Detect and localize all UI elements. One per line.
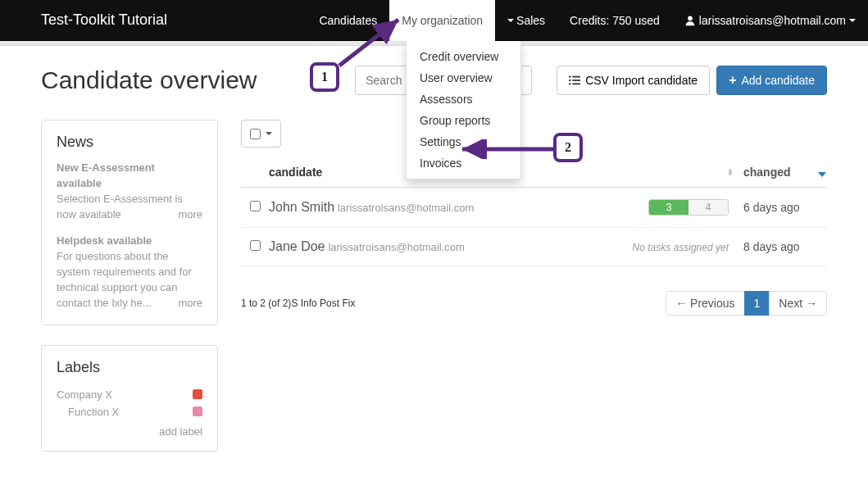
main: candidate ▲▼ changed John Smith larissat… bbox=[241, 120, 827, 471]
dropdown-invoices[interactable]: Invoices bbox=[407, 152, 520, 174]
label-row[interactable]: Function X bbox=[57, 403, 202, 420]
candidate-email: larissatroisans@hotmail.com bbox=[328, 241, 464, 253]
label-name: Function X bbox=[68, 406, 119, 418]
add-candidate-button[interactable]: + Add candidate bbox=[716, 66, 827, 95]
changed-cell: 8 days ago bbox=[729, 240, 827, 253]
changed-cell: 6 days ago bbox=[729, 201, 827, 214]
col-changed-label: changed bbox=[743, 166, 791, 179]
bulk-select-button[interactable] bbox=[241, 120, 281, 148]
label-row[interactable]: Company X bbox=[57, 386, 202, 403]
dropdown-group-reports[interactable]: Group reports bbox=[407, 110, 520, 131]
candidate-name: John Smith bbox=[269, 200, 334, 214]
page-next[interactable]: Next → bbox=[769, 291, 827, 316]
caret-down-icon bbox=[266, 132, 272, 135]
brand: Test-Toolkit Tutorial bbox=[41, 11, 307, 29]
nav-right: Candidates My organization Sales Credits… bbox=[307, 0, 868, 41]
col-changed-header[interactable]: ▲▼ changed bbox=[729, 166, 827, 179]
status-cell: No tasks assigned yet bbox=[614, 240, 729, 253]
news-item-body: Selection E-Assessment is now available bbox=[57, 193, 183, 220]
caret-icon bbox=[507, 19, 514, 22]
nav-sales-label: Sales bbox=[516, 14, 545, 27]
dropdown-settings[interactable]: Settings bbox=[407, 131, 520, 152]
dropdown-assessors[interactable]: Assessors bbox=[407, 89, 520, 110]
nav-sales[interactable]: Sales bbox=[495, 0, 557, 41]
add-candidate-label: Add candidate bbox=[741, 74, 815, 87]
pagination: ← Previous 1 Next → bbox=[666, 291, 827, 316]
bulk-checkbox[interactable] bbox=[250, 129, 261, 139]
svg-point-0 bbox=[688, 16, 693, 20]
nav-credits[interactable]: Credits: 750 used bbox=[557, 0, 672, 41]
news-item-body: For questions about the system requireme… bbox=[57, 250, 192, 309]
svg-rect-8 bbox=[573, 84, 581, 85]
no-tasks-text: No tasks assigned yet bbox=[633, 242, 729, 253]
candidate-cell[interactable]: Jane Doe larissatroisans@hotmail.com bbox=[269, 239, 614, 254]
svg-rect-6 bbox=[573, 80, 581, 81]
progress-pill[interactable]: 3 4 bbox=[648, 199, 729, 216]
news-more-link[interactable]: more bbox=[178, 296, 202, 311]
news-item: New E-Assessment available Selection E-A… bbox=[57, 161, 202, 222]
caret-down-icon bbox=[849, 19, 856, 22]
label-swatch bbox=[193, 389, 202, 399]
news-panel: News New E-Assessment available Selectio… bbox=[41, 120, 218, 325]
sort-desc-icon bbox=[818, 172, 826, 177]
sort-arrows-icon: ▲▼ bbox=[727, 168, 734, 176]
label-swatch bbox=[193, 407, 202, 416]
pill-total: 4 bbox=[688, 200, 728, 215]
row-checkbox[interactable] bbox=[250, 240, 261, 251]
nav-candidates[interactable]: Candidates bbox=[307, 0, 389, 41]
news-item-title: Helpdesk available bbox=[57, 234, 202, 249]
candidate-name: Jane Doe bbox=[269, 239, 325, 253]
news-item-title: New E-Assessment available bbox=[57, 161, 202, 192]
svg-rect-7 bbox=[569, 84, 571, 85]
navbar: Test-Toolkit Tutorial Candidates My orga… bbox=[0, 0, 868, 41]
dropdown-credit-overview[interactable]: Credit overview bbox=[407, 46, 520, 67]
svg-rect-5 bbox=[569, 80, 571, 81]
status-cell: 3 4 bbox=[614, 199, 729, 216]
news-item: Helpdesk available For questions about t… bbox=[57, 234, 202, 311]
news-more-link[interactable]: more bbox=[178, 207, 202, 223]
nav-user[interactable]: larissatroisans@hotmail.com bbox=[672, 0, 868, 41]
candidate-email: larissatroisans@hotmail.com bbox=[338, 202, 474, 214]
csv-import-button[interactable]: CSV Import candidate bbox=[557, 66, 710, 95]
table-row: John Smith larissatroisans@hotmail.com 3… bbox=[241, 188, 827, 228]
table-footer: 1 to 2 (of 2)S Info Post Fix ← Previous … bbox=[241, 291, 827, 316]
csv-import-label: CSV Import candidate bbox=[585, 74, 698, 87]
page-title: Candidate overview bbox=[41, 66, 355, 94]
list-icon bbox=[569, 75, 580, 86]
callout-1: 1 bbox=[310, 62, 339, 92]
candidate-cell[interactable]: John Smith larissatroisans@hotmail.com bbox=[269, 200, 614, 215]
plus-icon: + bbox=[729, 73, 736, 88]
sidebar: News New E-Assessment available Selectio… bbox=[41, 120, 218, 471]
add-label-link[interactable]: add label bbox=[57, 425, 202, 438]
page-1[interactable]: 1 bbox=[744, 291, 770, 316]
news-title: News bbox=[57, 134, 202, 151]
candidates-table: candidate ▲▼ changed John Smith larissat… bbox=[241, 159, 827, 266]
callout-2: 2 bbox=[553, 133, 583, 162]
label-name: Company X bbox=[57, 388, 112, 401]
nav-my-organization[interactable]: My organization bbox=[389, 0, 495, 41]
svg-rect-3 bbox=[569, 76, 571, 78]
col-candidate-label: candidate bbox=[269, 166, 322, 179]
my-org-dropdown: Credit overview User overview Assessors … bbox=[406, 41, 521, 179]
labels-panel: Labels Company X Function X add label bbox=[41, 345, 218, 452]
page-prev[interactable]: ← Previous bbox=[666, 291, 744, 316]
nav-user-label: larissatroisans@hotmail.com bbox=[699, 14, 846, 27]
user-icon bbox=[684, 15, 696, 26]
row-count: 1 to 2 (of 2)S Info Post Fix bbox=[241, 298, 355, 309]
labels-title: Labels bbox=[57, 359, 202, 376]
pill-done: 3 bbox=[649, 200, 688, 215]
table-row: Jane Doe larissatroisans@hotmail.com No … bbox=[241, 228, 827, 266]
dropdown-user-overview[interactable]: User overview bbox=[407, 67, 520, 89]
row-checkbox[interactable] bbox=[250, 201, 261, 211]
svg-rect-4 bbox=[573, 76, 581, 78]
table-header: candidate ▲▼ changed bbox=[241, 159, 827, 188]
